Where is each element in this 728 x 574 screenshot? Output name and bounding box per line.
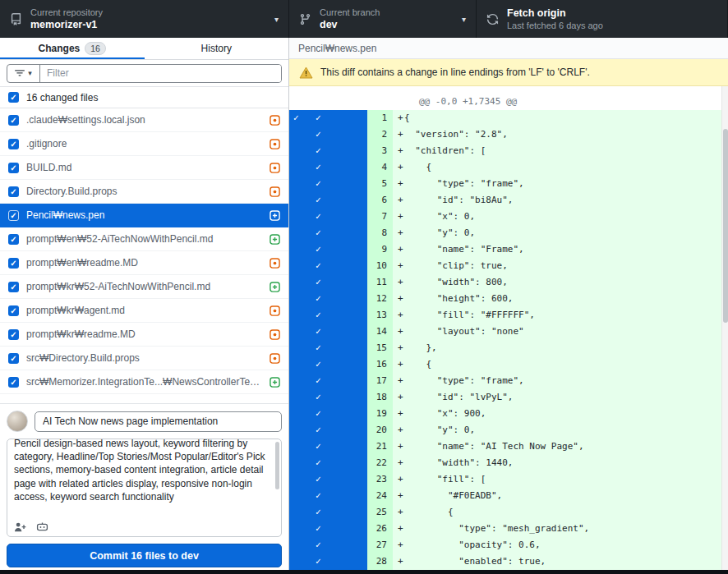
line-check-icon[interactable]: ✓	[316, 159, 321, 176]
line-select-gutter[interactable]: ✓	[289, 389, 367, 406]
diff-line[interactable]: ✓✓1+{	[289, 110, 721, 126]
diff-line[interactable]: ✓9+ "name": "Frame",	[289, 241, 721, 258]
file-row[interactable]: ✓prompt₩kr₩agent.md	[0, 299, 288, 323]
diff-line[interactable]: ✓22+ "width": 1440,	[289, 455, 721, 471]
diff-line[interactable]: ✓20+ "y": 0,	[289, 422, 721, 439]
file-checkbox[interactable]: ✓	[8, 329, 19, 340]
select-all-checkbox[interactable]: ✓	[8, 92, 19, 103]
diff-line[interactable]: ✓19+ "x": 900,	[289, 406, 721, 422]
line-check-icon[interactable]: ✓	[316, 209, 321, 225]
add-coauthor-button[interactable]	[14, 521, 26, 533]
line-check-icon[interactable]: ✓	[316, 439, 321, 455]
line-check-icon[interactable]: ✓	[316, 422, 321, 439]
line-select-gutter[interactable]: ✓	[289, 340, 367, 356]
diff-line[interactable]: ✓26+ "type": "mesh_gradient",	[289, 521, 721, 537]
line-check-icon[interactable]: ✓	[316, 225, 321, 241]
line-select-gutter[interactable]: ✓	[289, 471, 367, 488]
diff-line[interactable]: ✓16+ {	[289, 356, 721, 373]
file-row[interactable]: ✓Directory.Build.props	[0, 180, 288, 204]
diff-line[interactable]: ✓10+ "clip": true,	[289, 258, 721, 274]
line-check-icon[interactable]: ✓	[316, 274, 321, 291]
filter-options-dropdown[interactable]: ▾	[7, 65, 40, 82]
line-select-gutter[interactable]: ✓	[289, 406, 367, 422]
file-checkbox[interactable]: ✓	[8, 163, 19, 173]
diff-line[interactable]: ✓25+ {	[289, 504, 721, 521]
line-select-gutter[interactable]: ✓	[289, 488, 367, 504]
line-check-icon[interactable]: ✓	[316, 291, 321, 307]
line-select-gutter[interactable]: ✓	[289, 422, 367, 439]
line-select-gutter[interactable]: ✓	[289, 143, 367, 159]
current-repository-dropdown[interactable]: Current repository memorizer-v1 ▾	[0, 0, 289, 38]
file-row[interactable]: ✓prompt₩kr₩52-AiTechNowWithPencil.md	[0, 275, 288, 299]
current-branch-dropdown[interactable]: Current branch dev ▾	[289, 0, 477, 38]
line-select-gutter[interactable]: ✓	[289, 159, 367, 176]
line-select-gutter[interactable]: ✓	[289, 373, 367, 389]
description-scrollbar[interactable]	[275, 442, 279, 489]
line-check-icon[interactable]: ✓	[316, 241, 321, 258]
line-select-gutter[interactable]: ✓	[289, 356, 367, 373]
commit-summary-input[interactable]	[35, 411, 282, 432]
diff-line[interactable]: ✓3+ "children": [	[289, 143, 721, 159]
file-checkbox[interactable]: ✓	[8, 258, 19, 269]
line-check-icon[interactable]: ✓	[316, 537, 321, 553]
diff-line[interactable]: ✓24+ "#F0EADB",	[289, 488, 721, 504]
file-checkbox[interactable]: ✓	[8, 353, 19, 364]
filter-input[interactable]	[40, 65, 281, 82]
diff-line[interactable]: ✓27+ "opacity": 0.6,	[289, 537, 721, 553]
fetch-origin-button[interactable]: Fetch origin Last fetched 6 days ago	[477, 0, 728, 38]
line-check-icon[interactable]: ✓	[316, 521, 321, 537]
line-select-gutter[interactable]: ✓	[289, 209, 367, 225]
line-select-gutter[interactable]: ✓	[289, 504, 367, 521]
file-checkbox[interactable]: ✓	[8, 139, 19, 149]
line-check-icon[interactable]: ✓	[316, 406, 321, 422]
line-check-icon[interactable]: ✓	[316, 455, 321, 471]
scrollbar-thumb[interactable]	[723, 129, 728, 323]
line-select-gutter[interactable]: ✓	[289, 324, 367, 340]
line-check-icon[interactable]: ✓	[316, 126, 321, 143]
line-select-gutter[interactable]: ✓	[289, 225, 367, 241]
file-row[interactable]: ✓.gitignore	[0, 132, 288, 156]
diff-line[interactable]: ✓28+ "enabled": true,	[289, 553, 721, 570]
line-check-icon[interactable]: ✓	[316, 356, 321, 373]
file-checkbox[interactable]: ✓	[8, 282, 19, 292]
file-checkbox[interactable]: ✓	[8, 377, 19, 388]
file-row[interactable]: ✓prompt₩kr₩readme.MD	[0, 323, 288, 347]
line-check-icon[interactable]: ✓	[316, 176, 321, 192]
line-check-icon[interactable]: ✓	[316, 553, 321, 570]
file-checkbox[interactable]: ✓	[8, 210, 19, 221]
line-select-gutter[interactable]: ✓	[289, 439, 367, 455]
line-check-icon[interactable]: ✓	[316, 389, 321, 406]
line-check-icon[interactable]: ✓	[316, 504, 321, 521]
file-row[interactable]: ✓BUILD.md	[0, 156, 288, 180]
file-checkbox[interactable]: ✓	[8, 305, 19, 316]
tab-changes[interactable]: Changes 16	[0, 38, 145, 59]
diff-line[interactable]: ✓23+ "fill": [	[289, 471, 721, 488]
diff-line[interactable]: ✓2+ "version": "2.8",	[289, 126, 721, 143]
tab-history[interactable]: History	[145, 38, 289, 59]
line-select-gutter[interactable]: ✓	[289, 553, 367, 570]
commit-description-box[interactable]: Pencil design-based news layout, keyword…	[7, 439, 282, 537]
file-row[interactable]: ✓src₩Memorizer.IntegrationTe...₩NewsCont…	[0, 370, 288, 394]
file-checkbox[interactable]: ✓	[8, 115, 19, 126]
line-select-gutter[interactable]: ✓	[289, 521, 367, 537]
line-select-gutter[interactable]: ✓	[289, 176, 367, 192]
diff-line[interactable]: ✓13+ "fill": "#FFFFFF",	[289, 307, 721, 324]
line-select-gutter[interactable]: ✓	[289, 274, 367, 291]
line-check-icon[interactable]: ✓	[316, 471, 321, 488]
diff-line[interactable]: ✓5+ "type": "frame",	[289, 176, 721, 192]
file-row[interactable]: ✓Pencil₩news.pen	[0, 204, 288, 227]
line-select-gutter[interactable]: ✓	[289, 241, 367, 258]
line-select-gutter[interactable]: ✓✓	[289, 110, 367, 126]
commit-description-text[interactable]: Pencil design-based news layout, keyword…	[14, 439, 270, 503]
file-checkbox[interactable]: ✓	[8, 186, 19, 197]
line-select-gutter[interactable]: ✓	[289, 455, 367, 471]
diff-line[interactable]: ✓18+ "id": "lvPyL",	[289, 389, 721, 406]
diff-line[interactable]: ✓14+ "layout": "none"	[289, 324, 721, 340]
line-select-gutter[interactable]: ✓	[289, 307, 367, 324]
file-row[interactable]: ✓src₩Directory.Build.props	[0, 347, 288, 370]
line-check-icon[interactable]: ✓	[316, 324, 321, 340]
file-row[interactable]: ✓prompt₩en₩52-AiTechNowWithPencil.md	[0, 227, 288, 251]
diff-line[interactable]: ✓4+ {	[289, 159, 721, 176]
line-select-gutter[interactable]: ✓	[289, 258, 367, 274]
line-check-icon[interactable]: ✓	[316, 258, 321, 274]
